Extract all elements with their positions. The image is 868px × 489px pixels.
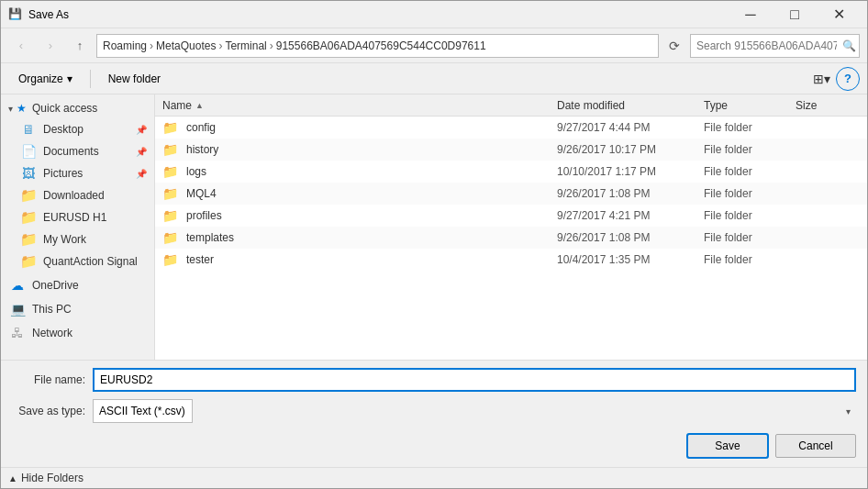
- organize-button[interactable]: Organize ▾: [8, 67, 83, 91]
- hide-folders-chevron: ▲: [8, 473, 17, 483]
- table-row[interactable]: 📁 logs 10/10/2017 1:17 PM File folder: [155, 161, 867, 183]
- hide-folders-bar[interactable]: ▲ Hide Folders: [1, 467, 867, 488]
- table-row[interactable]: 📁 templates 9/26/2017 1:08 PM File folde…: [155, 227, 867, 249]
- table-row[interactable]: 📁 config 9/27/2017 4:44 PM File folder: [155, 117, 867, 139]
- toolbar: Organize ▾ New folder ⊞ ▾ ?: [1, 63, 867, 94]
- sidebar-item-quantaction[interactable]: 📁 QuantAction Signal: [1, 250, 154, 272]
- address-bar: ‹ › ↑ Roaming › MetaQuotes › Terminal › …: [1, 28, 867, 63]
- breadcrumb-folder[interactable]: 915566BA06ADA407569C544CC0D97611: [276, 39, 486, 52]
- sidebar-item-pictures-label: Pictures: [43, 167, 83, 180]
- savetype-dropdown-arrow: ▾: [846, 406, 851, 417]
- forward-button[interactable]: ›: [38, 34, 63, 58]
- breadcrumb-roaming[interactable]: Roaming: [103, 39, 147, 52]
- sidebar-item-mywork-label: My Work: [43, 233, 86, 246]
- sidebar-header-quick-access[interactable]: ▾ ★ Quick access: [1, 98, 154, 118]
- column-size-label: Size: [796, 99, 817, 112]
- file-date: 10/10/2017 1:17 PM: [557, 165, 704, 178]
- up-button[interactable]: ↑: [67, 34, 93, 58]
- table-row[interactable]: 📁 profiles 9/27/2017 4:21 PM File folder: [155, 205, 867, 227]
- sidebar-section-thispc: 💻 This PC: [1, 298, 154, 320]
- file-date: 9/26/2017 1:08 PM: [557, 231, 704, 244]
- sidebar-item-desktop[interactable]: 🖥 Desktop 📌: [1, 118, 154, 140]
- file-date: 9/27/2017 4:44 PM: [557, 121, 704, 134]
- close-button[interactable]: ✕: [818, 1, 860, 28]
- folder-icon: 📁: [162, 230, 181, 245]
- sidebar: ▾ ★ Quick access 🖥 Desktop 📌 📄 Documents…: [1, 94, 155, 360]
- new-folder-label: New folder: [108, 72, 161, 85]
- file-name: MQL4: [186, 187, 557, 200]
- sidebar-item-downloaded[interactable]: 📁 Downloaded: [1, 184, 154, 206]
- folder-icon: 📁: [162, 120, 181, 135]
- minimize-button[interactable]: ─: [729, 1, 772, 28]
- view-icon: ⊞: [813, 72, 824, 86]
- file-list-header: Name ▲ Date modified Type Size: [155, 94, 867, 117]
- file-name: templates: [186, 231, 557, 244]
- sidebar-item-documents-label: Documents: [43, 145, 99, 158]
- save-as-dialog: 💾 Save As ─ □ ✕ ‹ › ↑ Roaming › MetaQuot…: [0, 0, 868, 489]
- folder-icon: 📁: [162, 186, 181, 201]
- file-name: tester: [186, 253, 557, 266]
- content-area: ▾ ★ Quick access 🖥 Desktop 📌 📄 Documents…: [1, 94, 867, 360]
- eurusd-folder-icon: 📁: [19, 210, 38, 225]
- sidebar-item-onedrive-label: OneDrive: [32, 279, 79, 292]
- folder-icon: 📁: [162, 208, 181, 223]
- bottom-panel: File name: Save as type: ASCII Text (*.c…: [1, 360, 867, 488]
- new-folder-button[interactable]: New folder: [98, 67, 171, 91]
- column-header-date[interactable]: Date modified: [557, 99, 704, 112]
- file-name: logs: [186, 165, 557, 178]
- help-button[interactable]: ?: [836, 67, 860, 91]
- maximize-button[interactable]: □: [773, 1, 816, 28]
- hide-folders-label: Hide Folders: [21, 472, 83, 484]
- quick-access-star-icon: ★: [17, 102, 27, 115]
- search-wrapper: 🔍: [690, 34, 860, 58]
- table-row[interactable]: 📁 tester 10/4/2017 1:35 PM File folder: [155, 249, 867, 271]
- sidebar-item-onedrive[interactable]: ☁ OneDrive: [1, 274, 154, 296]
- sidebar-item-mywork[interactable]: 📁 My Work: [1, 228, 154, 250]
- quick-access-chevron: ▾: [8, 104, 13, 114]
- sidebar-section-onedrive: ☁ OneDrive: [1, 274, 154, 296]
- file-type: File folder: [704, 209, 796, 222]
- column-header-name[interactable]: Name ▲: [162, 99, 557, 112]
- table-row[interactable]: 📁 MQL4 9/26/2017 1:08 PM File folder: [155, 183, 867, 205]
- sidebar-item-documents[interactable]: 📄 Documents 📌: [1, 140, 154, 162]
- table-row[interactable]: 📁 history 9/26/2017 10:17 PM File folder: [155, 139, 867, 161]
- cancel-button[interactable]: Cancel: [775, 434, 856, 458]
- search-input[interactable]: [690, 34, 860, 58]
- breadcrumb-metaquotes[interactable]: MetaQuotes: [156, 39, 216, 52]
- file-name: profiles: [186, 209, 557, 222]
- sidebar-item-thispc[interactable]: 💻 This PC: [1, 298, 154, 320]
- file-date: 9/26/2017 10:17 PM: [557, 143, 704, 156]
- back-button[interactable]: ‹: [8, 34, 34, 58]
- save-button[interactable]: Save: [687, 434, 768, 458]
- column-type-label: Type: [704, 99, 728, 112]
- sidebar-section-network: 🖧 Network: [1, 322, 154, 344]
- sidebar-item-downloaded-label: Downloaded: [43, 189, 105, 202]
- sidebar-item-eurusd[interactable]: 📁 EURUSD H1: [1, 206, 154, 228]
- sidebar-item-pictures[interactable]: 🖼 Pictures 📌: [1, 162, 154, 184]
- sidebar-item-desktop-label: Desktop: [43, 123, 83, 136]
- file-name: config: [186, 121, 557, 134]
- file-type: File folder: [704, 231, 796, 244]
- refresh-button[interactable]: ⟳: [662, 34, 686, 58]
- organize-label: Organize: [18, 72, 63, 85]
- view-options: ⊞ ▾ ?: [808, 67, 860, 91]
- organize-arrow: ▾: [67, 72, 72, 85]
- quantaction-folder-icon: 📁: [19, 254, 38, 269]
- filename-label: File name:: [12, 373, 85, 386]
- quick-access-label: Quick access: [32, 102, 97, 115]
- savetype-select[interactable]: ASCII Text (*.csv) All Files (*.*): [93, 399, 193, 423]
- file-type: File folder: [704, 165, 796, 178]
- view-button[interactable]: ⊞ ▾: [808, 67, 834, 91]
- column-header-type[interactable]: Type: [704, 99, 796, 112]
- file-type: File folder: [704, 143, 796, 156]
- column-header-size[interactable]: Size: [796, 99, 860, 112]
- breadcrumb-terminal[interactable]: Terminal: [225, 39, 266, 52]
- file-date: 9/27/2017 4:21 PM: [557, 209, 704, 222]
- pictures-icon: 🖼: [19, 166, 38, 181]
- breadcrumb-bar[interactable]: Roaming › MetaQuotes › Terminal › 915566…: [96, 34, 659, 58]
- thispc-icon: 💻: [8, 302, 27, 317]
- sidebar-item-network[interactable]: 🖧 Network: [1, 322, 154, 344]
- filename-input[interactable]: [93, 368, 856, 392]
- onedrive-icon: ☁: [8, 278, 27, 293]
- folder-icon: 📁: [162, 164, 181, 179]
